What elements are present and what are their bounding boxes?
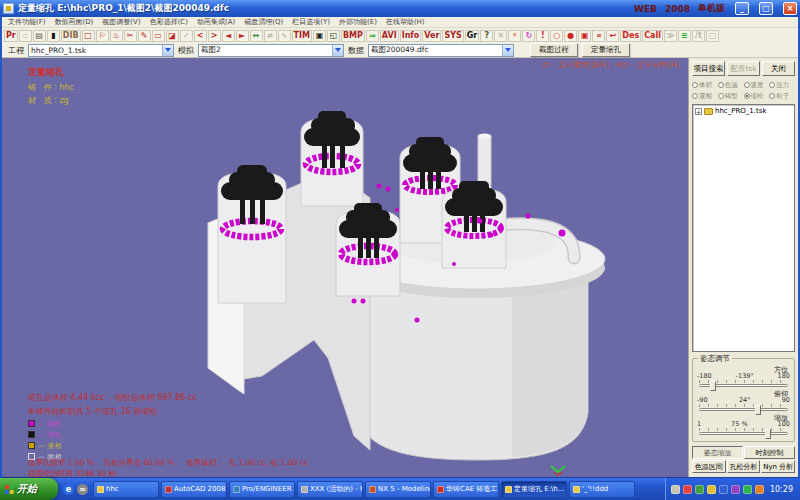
close-button[interactable]: ×: [783, 2, 797, 15]
maximize-button[interactable]: □: [759, 2, 773, 15]
menu-item[interactable]: 文件功能(F): [8, 17, 46, 27]
pose-zoom-button[interactable]: 姿态缩放: [692, 446, 743, 459]
toolbar-button[interactable]: ?: [480, 30, 493, 42]
menu-item[interactable]: 栏目选项(Y): [292, 17, 330, 27]
quantitative-shrinkage-button[interactable]: 定量缩孔: [582, 43, 630, 57]
simulation-combo[interactable]: 截图2: [198, 44, 344, 57]
task-button[interactable]: XXX (活动的) - P...: [297, 481, 363, 498]
task-button[interactable]: Pro/ENGINEER Wil...: [229, 481, 295, 498]
toolbar-button[interactable]: □: [82, 30, 95, 42]
project-search-button[interactable]: 项目搜索: [692, 61, 725, 76]
start-button[interactable]: 开始: [0, 478, 58, 500]
toolbar-button[interactable]: ⇒: [366, 30, 379, 42]
menu-item[interactable]: 磁盘清理(Q): [244, 17, 283, 27]
toolbar-button[interactable]: ▢: [706, 30, 719, 42]
toolbar-button[interactable]: ⚡: [508, 30, 521, 42]
tray-icon[interactable]: [671, 485, 680, 494]
chevron-down-icon[interactable]: [502, 45, 513, 56]
tray-icon[interactable]: [743, 485, 752, 494]
toolbar-button[interactable]: ↔: [250, 30, 263, 42]
toolbar-button[interactable]: ◪: [166, 30, 179, 42]
tray-icon[interactable]: [707, 485, 716, 494]
toolbar-button[interactable]: ∝: [592, 30, 605, 42]
toolbar-button[interactable]: ×: [494, 30, 507, 42]
tray-icon[interactable]: [731, 485, 740, 494]
toolbar-button[interactable]: ◱: [327, 30, 340, 42]
radio-display-mode[interactable]: 液相: [692, 91, 718, 101]
menu-item[interactable]: 外部功能(E): [339, 17, 377, 27]
toolbar-button[interactable]: TIM: [292, 30, 312, 42]
menu-item[interactable]: 在线帮助(H): [386, 17, 425, 27]
slider-track[interactable]: [699, 384, 788, 387]
toolbar-button[interactable]: ≠: [264, 30, 277, 42]
close-panel-button[interactable]: 关闭: [762, 61, 795, 76]
toolbar-button[interactable]: ♨: [110, 30, 123, 42]
toolbar-button[interactable]: ∿: [278, 30, 291, 42]
radio-display-mode[interactable]: 色温: [718, 80, 744, 90]
toolbar-button[interactable]: ✂: [124, 30, 137, 42]
tree-expand-icon[interactable]: +: [695, 108, 702, 115]
toolbar-button[interactable]: Call: [642, 30, 663, 42]
toolbar-button[interactable]: !: [536, 30, 549, 42]
menu-item[interactable]: 数值画面(D): [55, 17, 94, 27]
task-button[interactable]: 定量缩孔 E:\h...: [501, 481, 567, 498]
viewport-3d[interactable]: 定量缩孔 铸 件 : hhc 材 质 : zg cc - 立方厘米(毫升)，kc…: [2, 58, 688, 477]
time-control-button[interactable]: 时刻控制: [744, 446, 795, 459]
task-button[interactable]: NX 5 - Modeling ...: [365, 481, 431, 498]
toolbar-button[interactable]: <: [194, 30, 207, 42]
toolbar-button[interactable]: ▫: [19, 30, 32, 42]
menu-item[interactable]: 色彩选择(C): [150, 17, 188, 27]
toolbar-button[interactable]: ▭: [152, 30, 165, 42]
config-tsk-button[interactable]: 配置tsk: [727, 61, 760, 76]
minimize-button[interactable]: _: [735, 2, 749, 15]
toolbar-button[interactable]: ≫: [664, 30, 677, 42]
toolbar-button[interactable]: Info: [400, 30, 422, 42]
radio-display-mode[interactable]: 速度: [744, 80, 770, 90]
task-button[interactable]: hhc: [93, 481, 159, 498]
data-combo[interactable]: 截图200049.dfc: [368, 44, 514, 57]
toolbar-button[interactable]: ▣: [578, 30, 591, 42]
tray-icon[interactable]: [719, 485, 728, 494]
toolbar-button[interactable]: ✓: [180, 30, 193, 42]
radio-display-mode[interactable]: 铸型: [718, 91, 744, 101]
porosity-analysis-button[interactable]: 孔松分析: [727, 460, 761, 473]
radio-display-mode[interactable]: 压力: [769, 80, 795, 90]
menu-item[interactable]: 动画集成(A): [197, 17, 235, 27]
color-range-button[interactable]: 色温区间: [692, 460, 726, 473]
nyn-analysis-button[interactable]: Nyn 分析: [761, 460, 795, 473]
quick-launch-icon[interactable]: ≈: [77, 484, 88, 495]
project-combo[interactable]: hhc_PRO_1.tsk: [28, 44, 174, 57]
slider-thumb[interactable]: [765, 429, 771, 439]
toolbar-button[interactable]: ⚐: [96, 30, 109, 42]
toolbar-button[interactable]: SYS: [442, 30, 463, 42]
toolbar-button[interactable]: BMP: [341, 30, 365, 42]
chevron-down-icon[interactable]: [162, 45, 173, 56]
tray-icon[interactable]: [695, 485, 704, 494]
toolbar-button[interactable]: ↻: [522, 30, 535, 42]
toolbar-button[interactable]: ▤: [33, 30, 46, 42]
toolbar-button[interactable]: Ver: [422, 30, 441, 42]
toolbar-button[interactable]: ▮: [47, 30, 60, 42]
toolbar-button[interactable]: Pr: [4, 30, 18, 42]
radio-display-mode[interactable]: 粒子: [769, 91, 795, 101]
toolbar-button[interactable]: DIB: [61, 30, 81, 42]
radio-display-mode[interactable]: 体积: [692, 80, 718, 90]
quick-launch-icon[interactable]: e: [63, 484, 74, 495]
task-button[interactable]: 华铸CAE 铸造工艺...: [433, 481, 499, 498]
toolbar-button[interactable]: ●: [564, 30, 577, 42]
toolbar-button[interactable]: ≡: [678, 30, 691, 42]
toolbar-button[interactable]: ▣: [313, 30, 326, 42]
task-button[interactable]: '_'!!ddd: [569, 481, 635, 498]
toolbar-button[interactable]: ◄: [222, 30, 235, 42]
toolbar-button[interactable]: ○: [550, 30, 563, 42]
tray-icon[interactable]: [683, 485, 692, 494]
tree-item[interactable]: + hhc_PRO_1.tsk: [695, 107, 792, 115]
toolbar-button[interactable]: AVI: [380, 30, 399, 42]
menu-item[interactable]: 视图调整(V): [102, 17, 140, 27]
toolbar-button[interactable]: ►: [236, 30, 249, 42]
slider-track[interactable]: [699, 408, 788, 411]
project-tree[interactable]: + hhc_PRO_1.tsk: [692, 104, 795, 352]
task-button[interactable]: AutoCAD 2008 - [...: [161, 481, 227, 498]
toolbar-button[interactable]: ↩: [606, 30, 619, 42]
tray-icon[interactable]: [755, 485, 764, 494]
